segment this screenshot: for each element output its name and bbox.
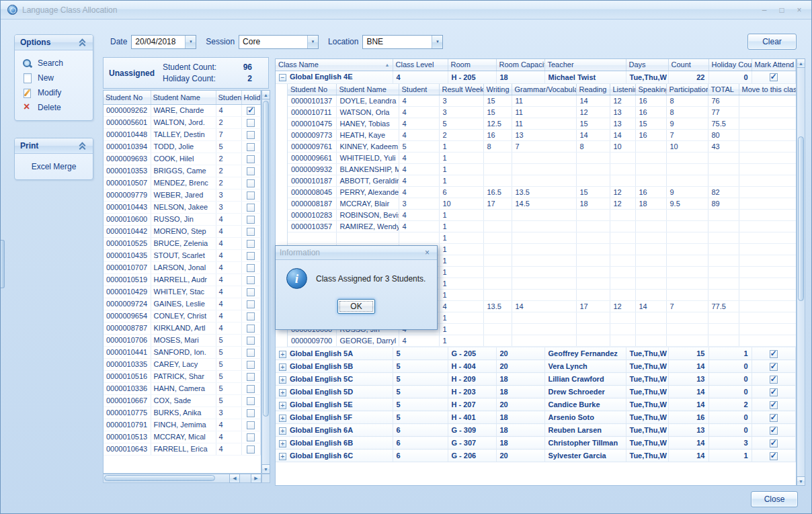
options-panel-item[interactable]: Modify xyxy=(15,85,93,100)
move-to-class-cell[interactable] xyxy=(739,141,796,153)
class-row[interactable]: +Global English 5F 5 H - 401 18 Arsenio … xyxy=(276,411,796,424)
holiday-checkbox[interactable] xyxy=(247,216,255,224)
scrollbar-thumb[interactable] xyxy=(263,101,269,417)
options-panel-item[interactable]: Search xyxy=(15,56,93,71)
holiday-checkbox[interactable] xyxy=(247,385,255,393)
holiday-checkbox[interactable] xyxy=(247,204,255,212)
unassigned-horizontal-scrollbar[interactable]: ◀ ▶ xyxy=(103,474,261,483)
expand-icon[interactable]: + xyxy=(279,415,286,422)
class-student-row[interactable]: 0000010475 HANEY, Tobias 4 5 12.5 11 15 … xyxy=(288,118,796,130)
mark-attend-checkbox[interactable] xyxy=(770,376,778,384)
class-student-row[interactable]: 0000010357 RAMIREZ, Wendy 4 1 xyxy=(288,221,796,232)
holiday-checkbox[interactable] xyxy=(247,421,255,429)
unassigned-student-row[interactable]: 0000010775 BURKS, Anika 3 xyxy=(104,406,261,419)
close-window-icon[interactable]: × xyxy=(791,3,807,16)
move-to-class-cell[interactable] xyxy=(739,107,796,118)
class-student-row[interactable]: 0000009700 GEORGE, Darryl 4 1 xyxy=(288,335,796,347)
unassigned-student-row[interactable]: 0000010394 TODD, Jolie 5 xyxy=(104,140,261,153)
holiday-checkbox[interactable] xyxy=(247,240,255,248)
expand-icon[interactable]: + xyxy=(279,351,286,358)
unassigned-student-row[interactable]: 0000010507 MENDEZ, Brenc 2 xyxy=(104,177,261,189)
unassigned-student-row[interactable]: 0000010448 TALLEY, Destin 7 xyxy=(104,128,261,140)
holiday-checkbox[interactable] xyxy=(247,264,255,272)
options-panel-header[interactable]: Options xyxy=(15,35,93,50)
class-student-row[interactable]: 1 xyxy=(288,232,796,244)
col-count[interactable]: Count xyxy=(668,59,708,71)
col-move-to-class[interactable]: Move to this class: xyxy=(739,84,796,95)
holiday-checkbox[interactable] xyxy=(247,361,255,369)
expand-icon[interactable]: + xyxy=(279,376,286,384)
scroll-up-icon[interactable]: ▲ xyxy=(797,58,805,68)
move-to-class-cell[interactable] xyxy=(739,153,796,164)
col-room-capacity[interactable]: Room Capacit xyxy=(496,59,544,71)
move-to-class-cell[interactable] xyxy=(739,244,796,255)
move-to-class-cell[interactable] xyxy=(739,130,796,141)
holiday-checkbox[interactable] xyxy=(247,119,255,127)
holiday-checkbox[interactable] xyxy=(247,445,255,454)
expand-icon[interactable]: + xyxy=(279,389,286,396)
print-panel-header[interactable]: Print xyxy=(15,138,93,154)
class-student-row[interactable]: 0000009661 WHITFIELD, Yuli 4 1 xyxy=(288,153,796,164)
move-to-class-cell[interactable] xyxy=(739,95,796,107)
class-student-row[interactable]: 0000008045 PERRY, Alexander 4 6 16.5 13.… xyxy=(288,187,796,198)
class-row[interactable]: +Global English 6B 6 G - 307 18 Christop… xyxy=(276,437,796,449)
col-total[interactable]: TOTAL xyxy=(708,84,739,95)
col-writing[interactable]: Writing xyxy=(483,84,512,95)
unassigned-student-row[interactable]: 0000010791 FINCH, Jemima 4 xyxy=(104,419,261,431)
class-student-row[interactable]: 0000010137 DOYLE, Leandra 4 3 15 11 14 1… xyxy=(288,95,796,107)
unassigned-student-row[interactable]: 0000009262 WARE, Charde 4 xyxy=(104,104,261,116)
collapse-chevron-icon[interactable] xyxy=(78,38,87,47)
titlebar[interactable]: Language Class Allocation – □ × xyxy=(1,1,811,19)
move-to-class-cell[interactable] xyxy=(739,118,796,130)
col-class-name[interactable]: Class Name▲ xyxy=(276,59,393,71)
collapse-icon[interactable]: − xyxy=(279,74,286,81)
class-row[interactable]: +Global English 5B 5 H - 404 20 Vera Lyn… xyxy=(276,360,796,373)
holiday-checkbox[interactable] xyxy=(247,288,255,296)
scroll-right-icon[interactable]: ▶ xyxy=(251,474,261,483)
holiday-checkbox[interactable] xyxy=(247,337,255,345)
move-to-class-cell[interactable] xyxy=(739,335,796,347)
unassigned-student-row[interactable]: 0000010441 SANFORD, Ion. 5 xyxy=(104,346,261,358)
move-to-class-cell[interactable] xyxy=(739,267,796,278)
unassigned-student-row[interactable]: 0000010443 NELSON, Jakee 3 xyxy=(104,201,261,213)
col-class-level[interactable]: Class Level xyxy=(393,59,448,71)
move-to-class-cell[interactable] xyxy=(739,278,796,290)
scrollbar-thumb[interactable] xyxy=(798,136,804,301)
unassigned-student-row[interactable]: 0000009693 COOK, Hilel 2 xyxy=(104,153,261,165)
mark-attend-checkbox[interactable] xyxy=(770,73,778,81)
session-select[interactable]: Core ▼ xyxy=(239,35,319,49)
unassigned-student-row[interactable]: 0000010429 WHITLEY, Stac 4 xyxy=(104,286,261,298)
unassigned-student-row[interactable]: 0000010336 HAHN, Camera 5 xyxy=(104,382,261,394)
clear-button[interactable]: Clear xyxy=(747,34,797,50)
unassigned-student-row[interactable]: 0000010519 HARRELL, Audr 4 xyxy=(104,273,261,286)
unassigned-student-row[interactable]: 0000009779 WEBER, Jared 3 xyxy=(104,189,261,201)
unassigned-student-row[interactable]: 0000010516 PATRICK, Shar 5 xyxy=(104,370,261,382)
expand-icon[interactable]: + xyxy=(279,363,286,371)
date-input[interactable]: 20/04/2018 ▼ xyxy=(131,35,196,49)
unassigned-student-row[interactable]: 0000010353 BRIGGS, Came 2 xyxy=(104,165,261,177)
unassigned-student-row[interactable]: 0000010600 RUSSO, Jin 4 xyxy=(104,213,261,225)
unassigned-student-row[interactable]: 0000010513 MCCRAY, Mical 4 xyxy=(104,431,261,443)
mark-attend-checkbox[interactable] xyxy=(770,388,778,396)
unassigned-student-row[interactable]: 0000010442 MORENO, Step 4 xyxy=(104,225,261,237)
class-row[interactable]: +Global English 5E 5 H - 207 20 Candice … xyxy=(276,398,796,411)
class-row[interactable]: +Global English 6A 6 G - 309 18 Reuben L… xyxy=(276,424,796,437)
maximize-icon[interactable]: □ xyxy=(774,3,790,16)
holiday-checkbox[interactable] xyxy=(247,179,255,187)
col-grammar-vocabulary[interactable]: Grammar/Vocabulary xyxy=(512,84,576,95)
holiday-checkbox[interactable] xyxy=(247,397,255,405)
unassigned-student-row[interactable]: 0000010706 MOSES, Mari 5 xyxy=(104,334,261,346)
expand-icon[interactable]: + xyxy=(279,427,286,435)
col-holiday[interactable]: Holid xyxy=(241,91,261,104)
close-button[interactable]: Close xyxy=(751,491,798,507)
print-panel-item[interactable]: Excel Merge xyxy=(15,159,93,174)
mark-attend-checkbox[interactable] xyxy=(770,439,778,447)
unassigned-student-row[interactable]: 0000009654 CONLEY, Christ 4 xyxy=(104,310,261,322)
options-panel-item[interactable]: New xyxy=(15,71,93,85)
col-result-week[interactable]: Result Week xyxy=(439,84,483,95)
col-student-no[interactable]: Student No xyxy=(288,84,336,95)
chevron-down-icon[interactable]: ▼ xyxy=(432,36,442,48)
ok-button[interactable]: OK xyxy=(337,299,375,314)
options-panel-item[interactable]: Delete xyxy=(15,100,93,115)
move-to-class-cell[interactable] xyxy=(739,324,796,335)
